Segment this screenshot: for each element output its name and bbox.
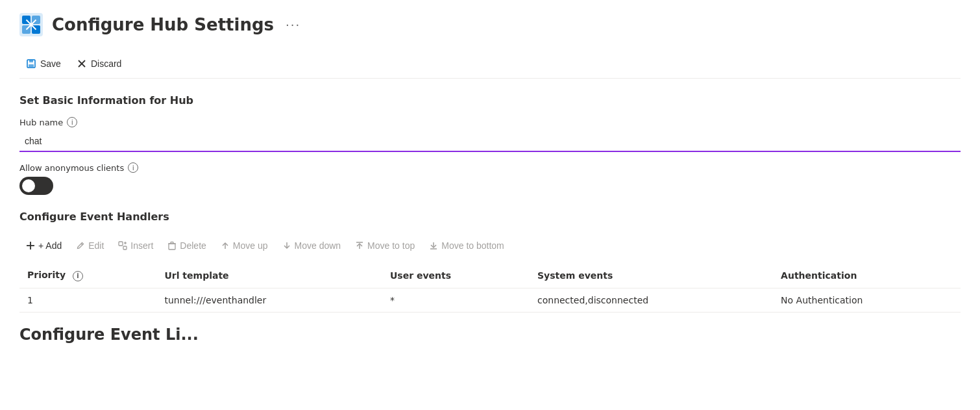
bottom-section-heading: Configure Event Li...	[19, 326, 961, 344]
table-row[interactable]: 1 tunnel:///eventhandler * connected,dis…	[19, 288, 961, 312]
edit-button[interactable]: Edit	[69, 237, 110, 254]
cell-system-events: connected,disconnected	[530, 288, 773, 312]
hub-name-input[interactable]	[19, 131, 961, 152]
hub-name-label-row: Hub name i	[19, 117, 961, 127]
move-up-icon	[221, 241, 230, 250]
priority-info-icon[interactable]: i	[73, 271, 83, 281]
move-to-top-label: Move to top	[367, 240, 415, 251]
col-system-events: System events	[530, 263, 773, 288]
hub-name-info-icon[interactable]: i	[67, 117, 77, 127]
event-handlers-table: Priority i Url template User events Syst…	[19, 263, 961, 313]
bottom-section: Configure Event Li...	[19, 326, 961, 344]
col-priority: Priority i	[19, 263, 156, 288]
table-body: 1 tunnel:///eventhandler * connected,dis…	[19, 288, 961, 312]
move-up-label: Move up	[233, 240, 268, 251]
col-authentication: Authentication	[773, 263, 961, 288]
svg-rect-15	[119, 242, 123, 246]
cell-url-template: tunnel:///eventhandler	[156, 288, 382, 312]
move-down-button[interactable]: Move down	[276, 237, 348, 254]
allow-anonymous-label-row: Allow anonymous clients i	[19, 162, 961, 173]
discard-button[interactable]: Discard	[70, 55, 128, 73]
event-handlers-section: Configure Event Handlers + Add Edit	[19, 211, 961, 313]
discard-icon	[77, 58, 87, 69]
more-options-button[interactable]: ···	[286, 18, 300, 32]
add-label: + Add	[38, 240, 62, 251]
edit-icon	[76, 241, 85, 250]
hub-name-label: Hub name	[19, 118, 63, 127]
svg-rect-16	[123, 246, 127, 250]
discard-label: Discard	[91, 58, 121, 69]
delete-icon	[167, 241, 177, 250]
event-handlers-heading: Configure Event Handlers	[19, 211, 961, 223]
move-to-bottom-label: Move to bottom	[441, 240, 504, 251]
move-to-top-icon	[355, 241, 364, 250]
page-title: Configure Hub Settings	[52, 15, 274, 34]
allow-anonymous-label: Allow anonymous clients	[19, 163, 124, 173]
move-to-bottom-icon	[429, 241, 438, 250]
svg-rect-8	[29, 60, 33, 62]
table-header: Priority i Url template User events Syst…	[19, 263, 961, 288]
add-icon	[26, 241, 35, 250]
move-up-button[interactable]: Move up	[214, 237, 275, 254]
save-icon	[26, 58, 36, 69]
save-button[interactable]: Save	[19, 55, 67, 73]
edit-label: Edit	[88, 240, 104, 251]
allow-anonymous-toggle[interactable]	[19, 177, 53, 195]
move-down-icon	[282, 241, 291, 250]
basic-info-section: Set Basic Information for Hub Hub name i…	[19, 94, 961, 195]
save-label: Save	[40, 58, 61, 69]
insert-label: Insert	[130, 240, 153, 251]
toolbar: Save Discard	[19, 49, 961, 79]
svg-rect-19	[169, 244, 175, 250]
delete-button[interactable]: Delete	[161, 237, 212, 254]
move-down-label: Move down	[295, 240, 341, 251]
col-url-template: Url template	[156, 263, 382, 288]
cell-authentication: No Authentication	[773, 288, 961, 312]
page-header: Configure Hub Settings ···	[19, 13, 961, 36]
toggle-container	[19, 177, 961, 195]
insert-icon	[118, 241, 127, 250]
svg-line-14	[81, 244, 82, 245]
allow-anonymous-info-icon[interactable]: i	[128, 162, 138, 173]
action-bar: + Add Edit Insert	[19, 233, 961, 258]
move-to-top-button[interactable]: Move to top	[349, 237, 421, 254]
basic-info-heading: Set Basic Information for Hub	[19, 94, 961, 107]
cell-priority: 1	[19, 288, 156, 312]
toggle-knob	[22, 179, 35, 192]
insert-button[interactable]: Insert	[112, 237, 160, 254]
delete-label: Delete	[180, 240, 206, 251]
cell-user-events: *	[382, 288, 530, 312]
app-icon	[19, 13, 43, 36]
move-to-bottom-button[interactable]: Move to bottom	[423, 237, 511, 254]
col-user-events: User events	[382, 263, 530, 288]
add-button[interactable]: + Add	[19, 237, 68, 254]
svg-rect-9	[29, 64, 34, 67]
